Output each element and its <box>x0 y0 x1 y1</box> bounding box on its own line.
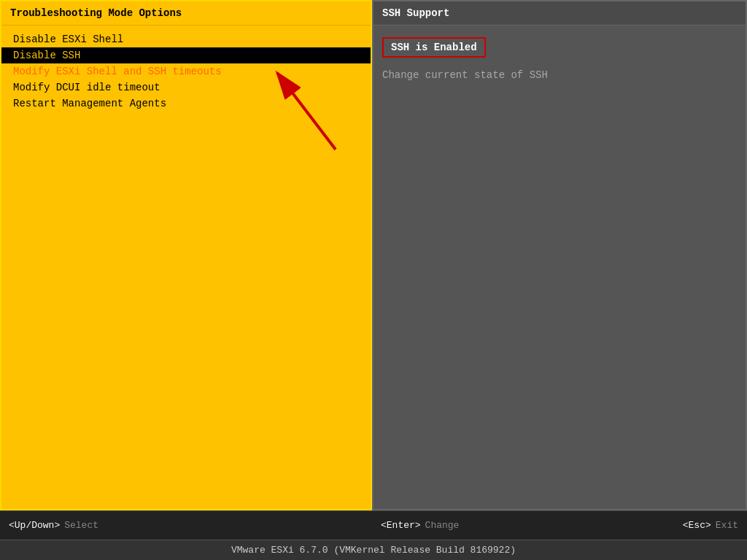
right-panel: SSH Support SSH is Enabled Change curren… <box>372 0 747 510</box>
esc-key: <Esc> <box>683 520 711 531</box>
enter-hint: <Enter> Change <box>381 520 459 531</box>
right-content: SSH is Enabled Change current state of S… <box>374 26 746 509</box>
ssh-status-badge: SSH is Enabled <box>382 37 486 58</box>
updown-hint: <Up/Down> Select <box>9 520 98 531</box>
updown-key: <Up/Down> <box>9 520 60 531</box>
ssh-description: Change current state of SSH <box>382 69 737 81</box>
menu-item-disable-esxi-shell[interactable]: Disable ESXi Shell <box>1 31 371 47</box>
left-panel-header: Troubleshooting Mode Options <box>1 1 371 26</box>
enter-key: <Enter> <box>381 520 421 531</box>
menu-item-restart-agents[interactable]: Restart Management Agents <box>1 96 371 112</box>
app: Troubleshooting Mode Options Disable ESX… <box>0 0 747 560</box>
esc-hint: <Esc> Exit <box>683 520 738 531</box>
bottom-right-hints: <Enter> Change <Esc> Exit <box>372 520 747 531</box>
bottom-bar: <Up/Down> Select <Enter> Change <Esc> Ex… <box>0 510 747 540</box>
enter-action: Change <box>425 520 460 531</box>
footer-text: VMware ESXi 6.7.0 (VMKernel Release Buil… <box>231 545 516 556</box>
bottom-left-hints: <Up/Down> Select <box>0 520 372 531</box>
menu-item-modify-dcui[interactable]: Modify DCUI idle timeout <box>1 79 371 96</box>
menu-item-modify-timeouts[interactable]: Modify ESXi Shell and SSH timeouts <box>1 63 371 79</box>
updown-action: Select <box>64 520 98 531</box>
esc-action: Exit <box>716 520 738 531</box>
main-area: Troubleshooting Mode Options Disable ESX… <box>0 0 747 510</box>
menu-item-disable-ssh[interactable]: Disable SSH <box>1 47 371 63</box>
left-menu: Disable ESXi ShellDisable SSHModify ESXi… <box>1 26 371 509</box>
left-panel: Troubleshooting Mode Options Disable ESX… <box>0 0 372 510</box>
right-panel-header: SSH Support <box>374 1 746 26</box>
footer: VMware ESXi 6.7.0 (VMKernel Release Buil… <box>0 540 747 560</box>
